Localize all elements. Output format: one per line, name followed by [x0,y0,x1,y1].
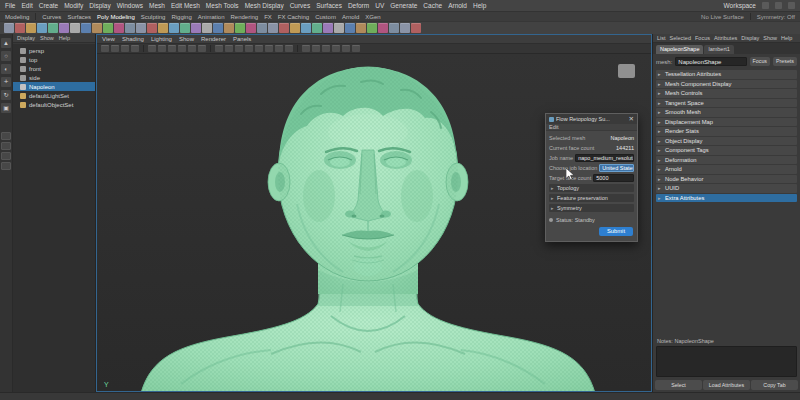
lasso-tool[interactable] [1,51,11,61]
job-name-input[interactable]: napo_medium_resolution [575,154,634,162]
shelf-tool-icon[interactable] [224,23,234,33]
shelf-tool-icon[interactable] [334,23,344,33]
viewport-toolbar-icon[interactable] [188,45,196,52]
select-tool[interactable] [1,38,11,48]
outliner-item-default-object-set[interactable]: defaultObjectSet [13,100,95,109]
shelf-tab-surfaces[interactable]: Surfaces [67,14,91,20]
section-extra-attributes[interactable]: Extra Attributes [656,194,797,203]
section-smooth-mesh[interactable]: Smooth Mesh [656,108,797,117]
section-tessellation-attributes[interactable]: Tessellation Attributes [656,70,797,79]
shelf-tool-icon[interactable] [213,23,223,33]
shelf-tool-icon[interactable] [81,23,91,33]
shelf-tab-curves[interactable]: Curves [42,14,61,20]
target-count-input[interactable]: 5000 [593,174,634,182]
viewport-toolbar-icon[interactable] [215,45,223,52]
vp-menu-show[interactable]: Show [179,36,194,42]
shelf-tool-icon[interactable] [246,23,256,33]
section-arnold[interactable]: Arnold [656,165,797,174]
viewport-toolbar-icon[interactable] [265,45,273,52]
shelf-tool-icon[interactable] [158,23,168,33]
vp-menu-view[interactable]: View [102,36,115,42]
load-attributes-button[interactable]: Load Attributes [703,380,750,390]
shelf-tab-animation[interactable]: Animation [198,14,225,20]
tab-lambert1[interactable]: lambert1 [704,45,733,54]
shelf-tool-icon[interactable] [378,23,388,33]
shelf-tab-xgen[interactable]: XGen [365,14,380,20]
shelf-tool-icon[interactable] [279,23,289,33]
outliner-item-front[interactable]: front [13,64,95,73]
ae-menu-list[interactable]: List [657,35,666,41]
section-node-behavior[interactable]: Node Behavior [656,175,797,184]
section-uuid[interactable]: UUID [656,184,797,193]
viewport-toolbar-icon[interactable] [255,45,263,52]
ae-menu-selected[interactable]: Selected [670,35,691,41]
ae-menu-attributes[interactable]: Attributes [714,35,737,41]
shelf-tool-icon[interactable] [114,23,124,33]
shelf-tool-icon[interactable] [103,23,113,33]
workspace-selector[interactable]: Workspace [724,2,756,9]
viewport-overlay-box[interactable] [618,64,635,78]
shelf-tool-icon[interactable] [312,23,322,33]
shelf-tab-poly-modeling[interactable]: Poly Modeling [97,14,135,20]
outliner-menu-help[interactable]: Help [59,35,70,41]
viewport-toolbar-icon[interactable] [225,45,233,52]
section-deformation[interactable]: Deformation [656,156,797,165]
shelf-tool-icon[interactable] [4,23,14,33]
section-render-stats[interactable]: Render Stats [656,127,797,136]
submit-button[interactable]: Submit [599,227,633,236]
outliner-menu-display[interactable]: Display [17,35,35,41]
viewport-toolbar-icon[interactable] [148,45,156,52]
move-tool[interactable] [1,77,11,87]
layout-persp-outliner-button[interactable] [1,152,11,160]
section-mesh-controls[interactable]: Mesh Controls [656,89,797,98]
dialog-titlebar[interactable]: Flow Retopology Su... ✕ [546,114,637,124]
history-icon[interactable] [775,2,782,9]
menu-windows[interactable]: Windows [117,2,143,9]
shelf-tool-icon[interactable] [345,23,355,33]
menu-help[interactable]: Help [473,2,486,9]
viewport-toolbar-icon[interactable] [352,45,360,52]
shelf-tool-icon[interactable] [136,23,146,33]
menu-create[interactable]: Create [39,2,59,9]
menu-uv[interactable]: UV [375,2,384,9]
viewport-toolbar-icon[interactable] [322,45,330,52]
shelf-tool-icon[interactable] [367,23,377,33]
shelf-tab-rigging[interactable]: Rigging [171,14,191,20]
viewport-toolbar-icon[interactable] [131,45,139,52]
shelf-tool-icon[interactable] [235,23,245,33]
menuset-selector[interactable]: Modeling [5,14,29,20]
viewport-toolbar-icon[interactable] [101,45,109,52]
ae-menu-focus[interactable]: Focus [695,35,710,41]
shelf-tool-icon[interactable] [400,23,410,33]
viewport-toolbar-icon[interactable] [111,45,119,52]
viewport-toolbar-icon[interactable] [302,45,310,52]
menu-mesh[interactable]: Mesh [149,2,165,9]
shelf-tab-fx[interactable]: FX [264,14,272,20]
section-object-display[interactable]: Object Display [656,137,797,146]
shelf-tool-icon[interactable] [257,23,267,33]
layout-custom-button[interactable] [1,162,11,170]
shelf-tool-icon[interactable] [301,23,311,33]
napoleon-bust-model[interactable] [121,54,605,391]
symmetry-status[interactable]: Symmetry: Off [757,14,795,20]
section-tangent-space[interactable]: Tangent Space [656,99,797,108]
job-location-dropdown[interactable]: United States [599,164,634,172]
menu-file[interactable]: File [5,2,15,9]
menu-edit[interactable]: Edit [21,2,32,9]
copy-tab-button[interactable]: Copy Tab [751,380,798,390]
shelf-tab-sculpting[interactable]: Sculpting [141,14,166,20]
viewport-toolbar-icon[interactable] [121,45,129,52]
outliner-item-top[interactable]: top [13,55,95,64]
shelf-tool-icon[interactable] [26,23,36,33]
shelf-tool-icon[interactable] [323,23,333,33]
viewport-toolbar-icon[interactable] [285,45,293,52]
tab-napoleon-shape[interactable]: NapoleonShape [656,45,703,54]
shelf-tab-arnold[interactable]: Arnold [342,14,359,20]
viewport-toolbar-icon[interactable] [275,45,283,52]
shelf-tool-icon[interactable] [191,23,201,33]
shelf-tool-icon[interactable] [59,23,69,33]
shelf-tool-icon[interactable] [125,23,135,33]
shelf-tool-icon[interactable] [169,23,179,33]
shelf-tool-icon[interactable] [268,23,278,33]
shelf-tool-icon[interactable] [202,23,212,33]
